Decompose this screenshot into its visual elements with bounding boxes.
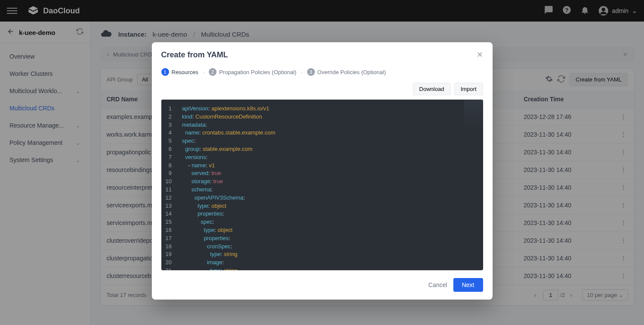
minimap [464, 100, 483, 130]
modal-close-icon[interactable]: ✕ [477, 50, 483, 59]
download-button[interactable]: Download [413, 83, 451, 95]
create-yaml-modal: Create from YAML ✕ 1Resources›2Propagati… [152, 42, 493, 300]
wizard-steps: 1Resources›2Propagation Policies (Option… [152, 64, 493, 83]
wizard-step[interactable]: 3Override Policies (Optional) [307, 68, 386, 76]
wizard-step[interactable]: 1Resources [161, 68, 198, 76]
next-button[interactable]: Next [453, 278, 483, 292]
modal-title: Create from YAML [161, 50, 477, 59]
yaml-editor[interactable]: 123456789101112131415161718192021 apiVer… [161, 100, 483, 270]
wizard-step[interactable]: 2Propagation Policies (Optional) [209, 68, 296, 76]
cancel-button[interactable]: Cancel [428, 281, 447, 288]
modal-overlay: Create from YAML ✕ 1Resources›2Propagati… [0, 0, 644, 325]
import-button[interactable]: Import [454, 83, 483, 95]
